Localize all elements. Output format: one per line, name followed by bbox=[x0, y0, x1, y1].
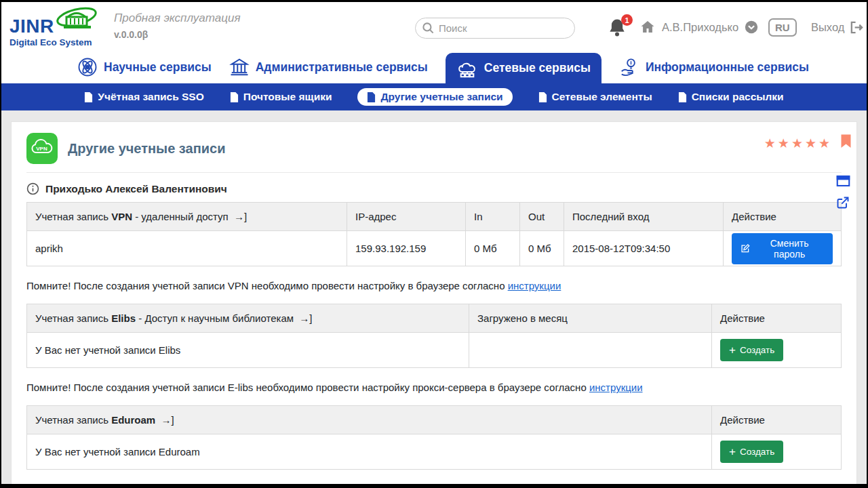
hand-bulb-icon bbox=[619, 57, 639, 77]
tab-label: Информационные сервисы bbox=[646, 60, 809, 75]
content: VPN Другие учетные записи ★★★★★ Прихо bbox=[1, 110, 867, 484]
col-action: Действие bbox=[712, 406, 842, 434]
edit-icon bbox=[741, 243, 750, 253]
eduroam-table-header-row: Учетная запись Eduroam →] Действие bbox=[27, 406, 842, 434]
vpn-ip: 159.93.192.159 bbox=[347, 231, 466, 266]
subnav-network-elements[interactable]: Сетевые элементы bbox=[538, 91, 652, 103]
vpn-out: 0 Мб bbox=[520, 231, 564, 266]
network-icon bbox=[456, 58, 478, 79]
vpn-account-row: aprikh 159.93.192.159 0 Мб 0 Мб 2015-08-… bbox=[27, 231, 842, 266]
card-tools bbox=[836, 175, 850, 212]
subnav-label: Почтовые ящики bbox=[243, 91, 332, 103]
logo-subtext: Digital Eco System bbox=[9, 37, 98, 47]
elibs-status: У Вас нет учетной записи Elibs bbox=[27, 333, 469, 368]
info-icon[interactable] bbox=[26, 182, 39, 195]
elibs-table-title: Учетная запись Elibs - Доступ к научным … bbox=[27, 304, 469, 333]
tab-information-services[interactable]: Информационные сервисы bbox=[619, 51, 809, 83]
owner-name: Приходько Алексей Валентинович bbox=[45, 183, 227, 195]
button-label: Создать bbox=[740, 345, 774, 355]
notification-badge: 1 bbox=[621, 14, 633, 26]
document-icon bbox=[538, 92, 547, 102]
subnav-label: Списки рассылки bbox=[692, 91, 784, 103]
home-icon bbox=[639, 19, 656, 35]
note-text: Помните! После создания учетной записи E… bbox=[26, 382, 587, 393]
col-out: Out bbox=[520, 203, 564, 231]
subnav-mailboxes[interactable]: Почтовые ящики bbox=[230, 91, 332, 103]
vpn-note: Помните! После создания учетной записи V… bbox=[26, 280, 842, 291]
account-label: Учетная запись bbox=[35, 414, 108, 426]
subnav-label: Другие учетные записи bbox=[380, 91, 502, 103]
logout-label: Выход bbox=[811, 21, 844, 34]
logo-text: JINR bbox=[9, 17, 54, 36]
create-elibs-button[interactable]: + Создать bbox=[720, 339, 783, 361]
button-label: Создать bbox=[740, 447, 774, 457]
subnav-other-accounts[interactable]: Другие учетные записи bbox=[357, 88, 512, 106]
eduroam-status: У Вас нет учетной записи Eduroam bbox=[27, 434, 712, 470]
col-month-traffic: Загружено в месяц bbox=[469, 304, 712, 333]
change-password-button[interactable]: Сменить пароль bbox=[732, 233, 833, 264]
vpn-login: aprikh bbox=[27, 231, 347, 266]
vpn-in: 0 Мб bbox=[466, 231, 520, 266]
note-text: Помните! После создания учетной записи V… bbox=[26, 280, 505, 291]
bookmark-icon[interactable] bbox=[841, 134, 851, 151]
tab-label: Административные сервисы bbox=[256, 60, 428, 75]
subnav-mailing-lists[interactable]: Списки рассылки bbox=[678, 91, 784, 103]
vpn-last-login: 2015-08-12T09:34:50 bbox=[564, 231, 724, 266]
elibs-account-row: У Вас нет учетной записи Elibs + Создать bbox=[27, 333, 842, 368]
subnav-label: Сетевые элементы bbox=[552, 91, 652, 103]
service-desc: - удаленный доступ bbox=[135, 211, 229, 222]
account-label: Учетная запись bbox=[35, 312, 108, 324]
elibs-instructions-link[interactable]: инструкции bbox=[589, 382, 643, 393]
login-icon: →] bbox=[234, 211, 247, 222]
chevron-down-icon bbox=[744, 20, 759, 35]
jinr-logo[interactable]: JINR Digital Eco System bbox=[9, 6, 98, 47]
login-icon: →] bbox=[299, 312, 312, 324]
tab-label: Сетевые сервисы bbox=[484, 61, 591, 75]
col-ip: IP-адрес bbox=[347, 203, 466, 231]
rating-stars[interactable]: ★★★★★ bbox=[764, 136, 832, 151]
service-name: Eduroam bbox=[111, 414, 155, 426]
search-box bbox=[415, 18, 575, 39]
service-desc: - Доступ к научным библиотекам bbox=[138, 312, 294, 324]
logout-icon bbox=[849, 20, 865, 35]
other-accounts-card: VPN Другие учетные записи ★★★★★ Прихо bbox=[11, 121, 857, 484]
environment-label: Пробная эксплуатация bbox=[114, 12, 241, 25]
login-icon: →] bbox=[161, 414, 174, 426]
version-label: v.0.0.0β bbox=[114, 29, 241, 40]
atom-icon bbox=[77, 57, 98, 77]
button-label: Сменить пароль bbox=[755, 238, 824, 260]
vpn-icon-text: VPN bbox=[36, 146, 47, 152]
jinr-building-icon bbox=[54, 6, 98, 36]
plus-icon: + bbox=[729, 446, 736, 458]
search-input[interactable] bbox=[415, 18, 575, 39]
tab-administrative-services[interactable]: Административные сервисы bbox=[229, 51, 428, 83]
document-icon bbox=[367, 92, 376, 102]
user-name: А.В.Приходько bbox=[662, 21, 738, 34]
vpn-table-title: Учетная запись VPN - удаленный доступ →] bbox=[27, 203, 347, 231]
notifications-button[interactable]: 1 bbox=[607, 17, 630, 40]
service-name: VPN bbox=[111, 211, 132, 222]
app-header: JINR Digital Eco System Пр bbox=[1, 2, 867, 51]
external-link-icon[interactable] bbox=[836, 196, 850, 212]
col-in: In bbox=[466, 203, 520, 231]
vpn-instructions-link[interactable]: инструкции bbox=[508, 280, 561, 291]
owner-row: Приходько Алексей Валентинович bbox=[26, 182, 842, 195]
document-icon bbox=[678, 92, 687, 102]
language-button[interactable]: RU bbox=[768, 18, 797, 37]
open-window-icon[interactable] bbox=[836, 175, 850, 190]
create-eduroam-button[interactable]: + Создать bbox=[720, 441, 783, 463]
subnav-label: Учётная запись SSO bbox=[98, 91, 203, 103]
sub-nav: Учётная запись SSO Почтовые ящики Другие… bbox=[1, 83, 867, 110]
elibs-month-traffic bbox=[469, 333, 712, 368]
user-menu[interactable]: А.В.Приходько bbox=[639, 19, 759, 35]
eduroam-table: Учетная запись Eduroam →] Действие У Вас… bbox=[26, 405, 842, 470]
tab-network-services[interactable]: Сетевые сервисы bbox=[446, 53, 601, 83]
main-nav: Научные сервисы Административные сервисы… bbox=[1, 51, 867, 83]
subnav-sso-account[interactable]: Учётная запись SSO bbox=[84, 91, 203, 103]
col-action: Действие bbox=[724, 203, 842, 231]
service-name: Elibs bbox=[111, 312, 136, 324]
account-label: Учетная запись bbox=[35, 211, 108, 222]
logout-button[interactable]: Выход bbox=[811, 20, 865, 35]
tab-scientific-services[interactable]: Научные сервисы bbox=[77, 51, 212, 83]
vpn-service-icon[interactable]: VPN bbox=[26, 133, 58, 164]
